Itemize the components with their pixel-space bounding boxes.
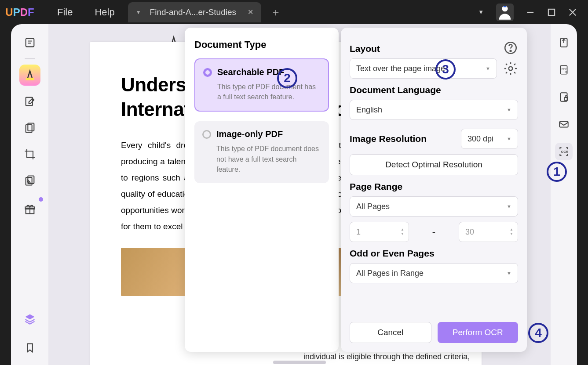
protect-icon[interactable] xyxy=(555,88,573,106)
background-text: individual is eligible through the defin… xyxy=(303,352,470,361)
main-menu: File Help xyxy=(57,7,115,18)
doctype-searchable[interactable]: Searchable PDF This type of PDF document… xyxy=(194,58,329,112)
new-tab-button[interactable]: ＋ xyxy=(266,2,286,22)
range-to-value: 30 xyxy=(465,228,474,237)
edit-tool[interactable] xyxy=(19,91,40,112)
export-icon[interactable] xyxy=(555,34,573,51)
minimize-button[interactable] xyxy=(526,8,535,17)
tab-close-icon[interactable]: ✕ xyxy=(248,8,253,16)
comment-tool[interactable] xyxy=(19,65,40,86)
svg-point-23 xyxy=(509,67,513,71)
svg-text:/A: /A xyxy=(565,71,568,74)
range-select[interactable]: All Pages▼ xyxy=(350,196,518,217)
caret-icon: ▼ xyxy=(486,66,490,71)
range-dash: - xyxy=(432,226,435,238)
svg-rect-3 xyxy=(548,9,555,15)
perform-ocr-button[interactable]: Perform OCR xyxy=(438,322,519,343)
layout-select[interactable]: Text over the page image▼ xyxy=(350,58,497,79)
range-from-value: 1 xyxy=(356,228,361,237)
layout-label: Layout xyxy=(350,43,380,54)
caret-icon: ▼ xyxy=(507,204,511,209)
lang-value: English xyxy=(356,105,382,115)
ocr-icon[interactable]: OCR xyxy=(555,143,573,160)
caret-icon: ▼ xyxy=(507,107,511,112)
svg-text:OCR: OCR xyxy=(561,150,569,154)
tab-dropdown-icon[interactable]: ▼ xyxy=(136,9,141,15)
svg-rect-6 xyxy=(26,39,34,47)
document-type-title: Document Type xyxy=(194,39,329,51)
caret-icon: ▼ xyxy=(507,271,511,276)
svg-point-22 xyxy=(510,51,511,52)
bottom-handle[interactable] xyxy=(273,361,326,364)
tabbar: ▼ Find-and-A...er-Studies ✕ ＋ xyxy=(128,0,286,24)
resolution-label: Image Resolution xyxy=(350,134,427,144)
titlebar: UPDF File Help ▼ Find-and-A...er-Studies… xyxy=(0,0,588,24)
app-body: Understanding the Need for International… xyxy=(11,24,577,365)
range-to-input[interactable]: 30▲▼ xyxy=(459,222,518,242)
cancel-button[interactable]: Cancel xyxy=(350,322,431,343)
notification-dot xyxy=(39,197,43,202)
bookmark-button[interactable] xyxy=(19,337,40,358)
oddeven-value: All Pages in Range xyxy=(356,269,424,278)
layers-button[interactable] xyxy=(19,308,40,329)
radio-imageonly[interactable] xyxy=(202,130,211,139)
doctype-searchable-desc: This type of PDF document has a full tex… xyxy=(217,82,320,102)
gift-button[interactable] xyxy=(19,199,40,220)
layout-value: Text over the page image xyxy=(356,64,445,73)
lang-label: Document Language xyxy=(350,85,518,95)
gear-icon[interactable] xyxy=(503,61,518,76)
oddeven-label: Odd or Even Pages xyxy=(350,248,518,259)
left-toolbar xyxy=(11,24,48,365)
reader-tool[interactable] xyxy=(19,32,40,53)
document-viewport[interactable]: Understanding the Need for International… xyxy=(48,24,551,365)
redact-tool[interactable] xyxy=(19,170,40,191)
pdfa-icon[interactable]: PDF/A xyxy=(555,61,573,79)
separator xyxy=(25,58,35,59)
doctype-imageonly-title: Image-only PDF xyxy=(216,129,283,139)
svg-rect-1 xyxy=(504,6,507,7)
menu-file[interactable]: File xyxy=(57,7,73,18)
page-tool[interactable] xyxy=(19,117,40,138)
tab-title: Find-and-A...er-Studies xyxy=(150,7,236,17)
caret-icon: ▼ xyxy=(507,136,511,141)
doctype-searchable-title: Searchable PDF xyxy=(217,67,284,77)
window-controls: ▼ xyxy=(467,0,588,24)
ocr-settings-panel: Layout Text over the page image▼ Documen… xyxy=(341,28,527,352)
resolution-value: 300 dpi xyxy=(467,134,493,144)
menu-help[interactable]: Help xyxy=(95,7,114,18)
range-value: All Pages xyxy=(356,202,390,211)
maximize-button[interactable] xyxy=(547,8,556,17)
resolution-select[interactable]: 300 dpi▼ xyxy=(461,129,518,149)
right-toolbar: PDF/A OCR xyxy=(551,24,577,365)
svg-rect-30 xyxy=(559,122,568,127)
mail-icon[interactable] xyxy=(555,116,573,133)
account-button[interactable] xyxy=(496,4,514,21)
crop-tool[interactable] xyxy=(19,144,40,165)
range-label: Page Range xyxy=(350,181,518,192)
svg-rect-9 xyxy=(26,78,34,80)
doctype-imageonly[interactable]: Image-only PDF This type of PDF document… xyxy=(194,121,329,183)
oddeven-select[interactable]: All Pages in Range▼ xyxy=(350,263,518,283)
chevron-down-icon[interactable]: ▼ xyxy=(478,9,484,15)
range-from-input[interactable]: 1▲▼ xyxy=(350,222,409,242)
detect-resolution-button[interactable]: Detect Optimal Resolution xyxy=(350,154,518,175)
document-type-panel: Document Type Searchable PDF This type o… xyxy=(185,28,339,352)
help-icon[interactable] xyxy=(503,40,518,55)
doctype-imageonly-desc: This type of PDF document does not have … xyxy=(216,144,321,174)
app-logo: UPDF xyxy=(0,6,40,18)
radio-searchable[interactable] xyxy=(203,68,212,77)
close-button[interactable] xyxy=(568,8,577,17)
lang-select[interactable]: English▼ xyxy=(350,100,518,120)
document-tab[interactable]: ▼ Find-and-A...er-Studies ✕ xyxy=(128,2,261,22)
